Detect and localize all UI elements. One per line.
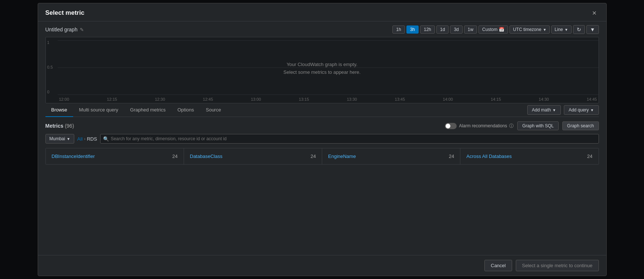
tab-multi-source-query[interactable]: Multi source query <box>73 103 124 117</box>
tabs-left: Browse Multi source query Graphed metric… <box>45 103 227 117</box>
chart-type-label: Line <box>555 27 563 32</box>
breadcrumb-current: RDS <box>87 136 97 142</box>
metric-count-enginename: 24 <box>449 154 454 159</box>
graph-with-sql-label: Graph with SQL <box>522 123 553 128</box>
time-btn-3h[interactable]: 3h <box>406 25 419 34</box>
alarm-recommendations-label: Alarm recommendations <box>459 123 507 128</box>
y-label-05: 0.5 <box>47 65 53 69</box>
graph-search-label: Graph search <box>567 123 594 128</box>
metric-name-databaseclass: DatabaseClass <box>190 154 222 159</box>
tab-options[interactable]: Options <box>171 103 200 117</box>
metrics-label: Metrics <box>45 123 65 129</box>
chart-empty-line2: Select some metrics to appear here. <box>283 69 361 76</box>
calendar-icon: 📅 <box>499 27 504 32</box>
x-label-1215: 12:15 <box>107 97 117 101</box>
modal-overlay: Select metric × Untitled graph ✎ 1h 3h 1… <box>0 0 644 279</box>
add-math-button[interactable]: Add math ▼ <box>527 105 561 115</box>
tab-source[interactable]: Source <box>200 103 227 117</box>
tabs-area: Browse Multi source query Graphed metric… <box>38 103 606 117</box>
x-label-1415: 14:15 <box>491 97 501 101</box>
tabs-right: Add math ▼ Add query ▼ <box>527 105 599 115</box>
add-math-caret-icon: ▼ <box>552 108 556 112</box>
region-caret-icon: ▼ <box>67 137 70 141</box>
grid-line-bottom <box>58 94 599 95</box>
x-label-1230: 12:30 <box>155 97 165 101</box>
x-label-1345: 13:45 <box>395 97 405 101</box>
breadcrumb-all-link[interactable]: All <box>77 136 82 142</box>
refresh-button[interactable]: ↻ <box>573 25 585 34</box>
x-label-1400: 14:00 <box>443 97 453 101</box>
custom-time-btn[interactable]: Custom 📅 <box>478 25 508 34</box>
add-query-label: Add query <box>569 107 589 113</box>
alarm-rec-info-icon[interactable]: ⓘ <box>509 123 514 129</box>
edit-graph-title-icon[interactable]: ✎ <box>80 27 84 32</box>
time-btn-3d[interactable]: 3d <box>450 25 462 34</box>
add-math-label: Add math <box>532 107 551 113</box>
x-label-1445: 14:45 <box>587 97 597 101</box>
search-icon: 🔍 <box>103 136 109 142</box>
select-metric-button: Select a single metric to continue <box>516 260 599 271</box>
graph-title-row: Untitled graph ✎ <box>45 27 84 32</box>
chart-y-labels: 1 0.5 0 <box>46 37 54 103</box>
timezone-dropdown[interactable]: UTC timezone ▼ <box>510 25 550 34</box>
cancel-button[interactable]: Cancel <box>484 260 512 271</box>
time-btn-1h[interactable]: 1h <box>392 25 405 34</box>
metric-name-across-all: Across All Databases <box>466 154 512 159</box>
metrics-grid: DBInstanceIdentifier 24 DatabaseClass 24… <box>45 148 599 165</box>
metric-count-databaseclass: 24 <box>311 154 316 159</box>
more-options-button[interactable]: ▼ <box>586 25 599 34</box>
graph-search-button[interactable]: Graph search <box>562 121 599 130</box>
metrics-header-row: Metrics (96) Alarm recommendations ⓘ Gra… <box>45 121 599 130</box>
search-input[interactable] <box>100 134 599 144</box>
time-btn-1d[interactable]: 1d <box>436 25 449 34</box>
x-label-1330: 13:30 <box>347 97 357 101</box>
timezone-label: UTC timezone <box>513 27 541 32</box>
add-query-button[interactable]: Add query ▼ <box>564 105 599 115</box>
filter-row: Mumbai ▼ All › RDS 🔍 <box>45 134 599 144</box>
metric-count-across-all: 24 <box>587 154 592 159</box>
graph-title: Untitled graph <box>45 27 78 32</box>
metric-card-databaseclass[interactable]: DatabaseClass 24 <box>184 148 322 164</box>
metrics-count: (96) <box>65 123 74 129</box>
metric-name-enginename: EngineName <box>328 154 356 159</box>
metrics-controls: Alarm recommendations ⓘ Graph with SQL G… <box>445 121 599 130</box>
chart-type-caret-icon: ▼ <box>565 28 568 32</box>
tab-graphed-metrics[interactable]: Graphed metrics <box>124 103 171 117</box>
time-controls: 1h 3h 12h 1d 3d 1w Custom 📅 UTC timezone… <box>392 25 599 34</box>
metrics-title: Metrics (96) <box>45 123 74 129</box>
tab-browse[interactable]: Browse <box>45 103 73 117</box>
select-metric-modal: Select metric × Untitled graph ✎ 1h 3h 1… <box>38 3 607 276</box>
graph-toolbar: Untitled graph ✎ 1h 3h 12h 1d 3d 1w Cust… <box>45 25 599 34</box>
chart-container: 1 0.5 0 Your CloudWatch graph is empty. … <box>45 37 599 103</box>
graph-area: Untitled graph ✎ 1h 3h 12h 1d 3d 1w Cust… <box>38 21 606 103</box>
chart-type-dropdown[interactable]: Line ▼ <box>551 25 572 34</box>
custom-time-label: Custom <box>482 27 497 32</box>
time-btn-1w[interactable]: 1w <box>464 25 477 34</box>
chart-x-labels: 12:00 12:15 12:30 12:45 13:00 13:15 13:3… <box>58 97 599 101</box>
metric-card-across-all[interactable]: Across All Databases 24 <box>460 148 598 164</box>
breadcrumb-separator: › <box>84 137 86 141</box>
y-label-0: 0 <box>47 90 53 94</box>
region-dropdown[interactable]: Mumbai ▼ <box>45 134 75 144</box>
metric-name-dbinstance: DBInstanceIdentifier <box>52 154 95 159</box>
close-button[interactable]: × <box>590 8 599 17</box>
timezone-caret-icon: ▼ <box>543 28 546 32</box>
modal-footer: Cancel Select a single metric to continu… <box>38 255 606 276</box>
alarm-recommendations-row: Alarm recommendations ⓘ <box>445 123 514 129</box>
metric-card-enginename[interactable]: EngineName 24 <box>322 148 460 164</box>
metric-card-dbinstance[interactable]: DBInstanceIdentifier 24 <box>46 148 184 164</box>
tabs-row: Browse Multi source query Graphed metric… <box>45 103 599 117</box>
x-label-1300: 13:00 <box>251 97 261 101</box>
x-label-1245: 12:45 <box>203 97 213 101</box>
breadcrumb: All › RDS <box>77 136 97 142</box>
x-label-1315: 13:15 <box>299 97 309 101</box>
y-label-1: 1 <box>47 40 53 45</box>
alarm-recommendations-toggle[interactable] <box>445 123 457 129</box>
x-label-1430: 14:30 <box>539 97 549 101</box>
graph-with-sql-button[interactable]: Graph with SQL <box>517 121 558 130</box>
search-input-wrap: 🔍 <box>100 134 599 144</box>
time-btn-12h[interactable]: 12h <box>420 25 435 34</box>
chart-empty-message: Your CloudWatch graph is empty. Select s… <box>283 61 361 76</box>
metric-count-dbinstance: 24 <box>172 154 177 159</box>
modal-title: Select metric <box>45 9 85 17</box>
